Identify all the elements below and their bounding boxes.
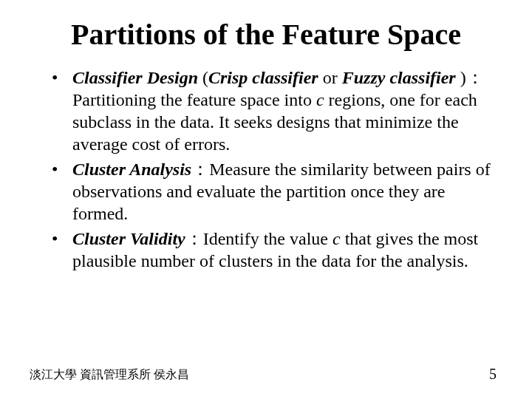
body-text: Partitioning the feature space into bbox=[72, 90, 316, 109]
body-text: Identify the value bbox=[203, 229, 332, 248]
footer-text: 淡江大學 資訊管理系所 侯永昌 bbox=[30, 367, 189, 383]
variable-c: c bbox=[316, 90, 324, 109]
term-cluster-validity: Cluster Validity bbox=[72, 229, 185, 248]
text-or: or bbox=[318, 68, 342, 87]
separator: ： bbox=[191, 160, 209, 179]
term-classifier-design: Classifier Design bbox=[72, 68, 198, 87]
page-number: 5 bbox=[489, 366, 497, 383]
term-cluster-analysis: Cluster Analysis bbox=[72, 160, 191, 179]
bullet-item-classifier-design: Classifier Design (Crisp classifier or F… bbox=[52, 66, 495, 155]
bullet-item-cluster-analysis: Cluster Analysis：Measure the similarity … bbox=[52, 158, 495, 225]
separator: ： bbox=[185, 229, 203, 248]
term-crisp-classifier: Crisp classifier bbox=[208, 68, 318, 87]
paren-open: ( bbox=[198, 68, 208, 87]
term-fuzzy-classifier: Fuzzy classifier bbox=[342, 68, 460, 87]
bullet-list: Classifier Design (Crisp classifier or F… bbox=[30, 66, 502, 272]
separator: ： bbox=[466, 68, 484, 87]
page-title: Partitions of the Feature Space bbox=[30, 18, 502, 52]
slide: Partitions of the Feature Space Classifi… bbox=[0, 0, 532, 399]
bullet-item-cluster-validity: Cluster Validity：Identify the value c th… bbox=[52, 228, 495, 272]
paren-close: ) bbox=[460, 68, 466, 87]
variable-c: c bbox=[332, 229, 341, 248]
